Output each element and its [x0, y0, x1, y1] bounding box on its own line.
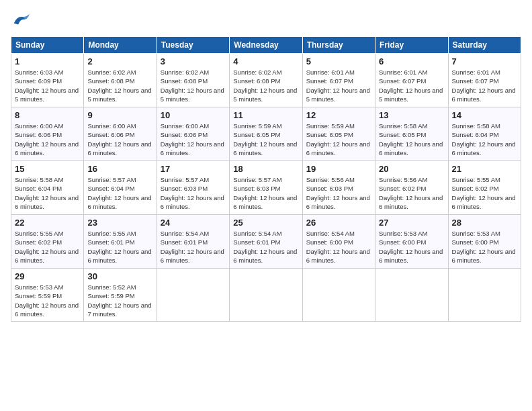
sunset-label: Sunset: 6:01 PM [87, 238, 134, 246]
day-number: 28 [452, 218, 517, 228]
sunrise-label: Sunrise: 5:59 AM [233, 122, 281, 130]
sunrise-label: Sunrise: 6:01 AM [452, 68, 500, 76]
daylight-label: Daylight: 12 hours and 6 minutes. [306, 194, 370, 210]
sunset-label: Sunset: 6:03 PM [161, 185, 208, 192]
sunrise-label: Sunrise: 5:57 AM [87, 176, 136, 183]
calendar-cell: 17 Sunrise: 5:57 AM Sunset: 6:03 PM Dayl… [157, 161, 229, 215]
sunrise-label: Sunrise: 5:56 AM [379, 176, 427, 183]
sunrise-label: Sunrise: 5:55 AM [452, 176, 500, 183]
calendar-cell: 2 Sunrise: 6:02 AM Sunset: 6:08 PM Dayli… [84, 54, 157, 107]
sunset-label: Sunset: 6:08 PM [161, 77, 208, 85]
calendar-cell: 1 Sunrise: 6:03 AM Sunset: 6:09 PM Dayli… [11, 54, 84, 107]
day-number: 7 [452, 56, 517, 66]
day-number: 22 [15, 218, 80, 228]
daylight-label: Daylight: 12 hours and 5 minutes. [233, 87, 297, 103]
day-info: Sunrise: 5:59 AM Sunset: 6:05 PM Dayligh… [306, 122, 371, 157]
calendar-cell: 30 Sunrise: 5:52 AM Sunset: 5:59 PM Dayl… [84, 269, 157, 322]
calendar-cell [157, 269, 229, 322]
sunrise-label: Sunrise: 6:00 AM [15, 122, 63, 130]
calendar-cell: 24 Sunrise: 5:54 AM Sunset: 6:01 PM Dayl… [157, 215, 229, 269]
day-number: 29 [15, 271, 80, 281]
daylight-label: Daylight: 12 hours and 6 minutes. [379, 248, 443, 264]
day-info: Sunrise: 5:58 AM Sunset: 6:04 PM Dayligh… [15, 175, 80, 211]
sunset-label: Sunset: 6:05 PM [233, 131, 280, 138]
sunrise-label: Sunrise: 5:55 AM [15, 230, 63, 237]
sunrise-label: Sunrise: 6:03 AM [15, 68, 63, 76]
day-number: 23 [87, 218, 152, 228]
daylight-label: Daylight: 12 hours and 7 minutes. [87, 302, 151, 318]
calendar-cell: 27 Sunrise: 5:53 AM Sunset: 6:00 PM Dayl… [375, 215, 448, 269]
daylight-label: Daylight: 12 hours and 6 minutes. [87, 248, 151, 264]
sunset-label: Sunset: 6:00 PM [452, 238, 499, 246]
day-number: 4 [233, 56, 298, 66]
daylight-label: Daylight: 12 hours and 6 minutes. [161, 140, 224, 156]
daylight-label: Daylight: 12 hours and 6 minutes. [379, 194, 443, 210]
day-header-monday: Monday [84, 37, 157, 54]
day-info: Sunrise: 6:03 AM Sunset: 6:09 PM Dayligh… [15, 68, 80, 103]
sunrise-label: Sunrise: 6:02 AM [87, 68, 136, 76]
sunrise-label: Sunrise: 5:52 AM [87, 283, 136, 291]
calendar-cell: 29 Sunrise: 5:53 AM Sunset: 5:59 PM Dayl… [11, 269, 84, 322]
day-number: 25 [233, 218, 298, 228]
calendar-cell: 19 Sunrise: 5:56 AM Sunset: 6:03 PM Dayl… [302, 161, 375, 215]
sunset-label: Sunset: 6:02 PM [452, 185, 499, 192]
daylight-label: Daylight: 12 hours and 6 minutes. [233, 194, 297, 210]
calendar-cell [302, 269, 375, 322]
day-info: Sunrise: 5:52 AM Sunset: 5:59 PM Dayligh… [87, 283, 152, 318]
sunrise-label: Sunrise: 5:57 AM [233, 176, 281, 183]
day-header-sunday: Sunday [11, 37, 84, 54]
calendar-cell: 20 Sunrise: 5:56 AM Sunset: 6:02 PM Dayl… [375, 161, 448, 215]
calendar-cell: 6 Sunrise: 6:01 AM Sunset: 6:07 PM Dayli… [375, 54, 448, 107]
calendar-cell: 22 Sunrise: 5:55 AM Sunset: 6:02 PM Dayl… [11, 215, 84, 269]
sunrise-label: Sunrise: 6:01 AM [379, 68, 427, 76]
daylight-label: Daylight: 12 hours and 6 minutes. [161, 248, 224, 264]
sunrise-label: Sunrise: 6:02 AM [161, 68, 209, 76]
sunrise-label: Sunrise: 5:55 AM [87, 230, 136, 237]
daylight-label: Daylight: 12 hours and 5 minutes. [87, 87, 151, 103]
sunrise-label: Sunrise: 5:58 AM [15, 176, 63, 183]
day-number: 26 [306, 218, 371, 228]
day-info: Sunrise: 5:58 AM Sunset: 6:04 PM Dayligh… [452, 122, 517, 157]
day-info: Sunrise: 6:01 AM Sunset: 6:07 PM Dayligh… [379, 68, 444, 103]
day-number: 16 [87, 164, 152, 174]
logo [11, 11, 32, 30]
sunrise-label: Sunrise: 5:54 AM [161, 230, 209, 237]
sunset-label: Sunset: 6:05 PM [379, 131, 426, 138]
calendar-cell: 13 Sunrise: 5:58 AM Sunset: 6:05 PM Dayl… [375, 107, 448, 161]
day-number: 2 [87, 56, 152, 66]
sunset-label: Sunset: 6:02 PM [15, 238, 62, 246]
sunset-label: Sunset: 5:59 PM [15, 292, 62, 300]
calendar-cell: 14 Sunrise: 5:58 AM Sunset: 6:04 PM Dayl… [448, 107, 521, 161]
sunset-label: Sunset: 6:00 PM [379, 238, 426, 246]
calendar-cell: 16 Sunrise: 5:57 AM Sunset: 6:04 PM Dayl… [84, 161, 157, 215]
daylight-label: Daylight: 12 hours and 6 minutes. [87, 140, 151, 156]
calendar-week-2: 8 Sunrise: 6:00 AM Sunset: 6:06 PM Dayli… [11, 107, 521, 161]
day-info: Sunrise: 5:56 AM Sunset: 6:03 PM Dayligh… [306, 175, 371, 211]
sunrise-label: Sunrise: 5:58 AM [379, 122, 427, 130]
calendar-cell: 8 Sunrise: 6:00 AM Sunset: 6:06 PM Dayli… [11, 107, 84, 161]
calendar-cell: 5 Sunrise: 6:01 AM Sunset: 6:07 PM Dayli… [302, 54, 375, 107]
logo-icon [11, 11, 30, 30]
day-number: 9 [87, 110, 152, 120]
day-info: Sunrise: 6:01 AM Sunset: 6:07 PM Dayligh… [452, 68, 517, 103]
day-info: Sunrise: 5:59 AM Sunset: 6:05 PM Dayligh… [233, 122, 298, 157]
day-info: Sunrise: 5:55 AM Sunset: 6:02 PM Dayligh… [452, 175, 517, 211]
sunrise-label: Sunrise: 6:00 AM [87, 122, 136, 130]
sunrise-label: Sunrise: 5:59 AM [306, 122, 355, 130]
calendar-table: SundayMondayTuesdayWednesdayThursdayFrid… [11, 36, 521, 322]
day-number: 15 [15, 164, 80, 174]
day-number: 3 [161, 56, 226, 66]
daylight-label: Daylight: 12 hours and 5 minutes. [306, 87, 370, 103]
sunrise-label: Sunrise: 5:53 AM [452, 230, 500, 237]
sunset-label: Sunset: 6:03 PM [306, 185, 353, 192]
day-info: Sunrise: 5:56 AM Sunset: 6:02 PM Dayligh… [379, 175, 444, 211]
calendar-header-row: SundayMondayTuesdayWednesdayThursdayFrid… [11, 37, 521, 54]
day-info: Sunrise: 6:02 AM Sunset: 6:08 PM Dayligh… [161, 68, 226, 103]
day-number: 21 [452, 164, 517, 174]
calendar-cell: 11 Sunrise: 5:59 AM Sunset: 6:05 PM Dayl… [230, 107, 302, 161]
day-number: 6 [379, 56, 444, 66]
sunset-label: Sunset: 6:04 PM [87, 185, 134, 192]
daylight-label: Daylight: 12 hours and 6 minutes. [161, 194, 224, 210]
sunset-label: Sunset: 6:02 PM [379, 185, 426, 192]
sunset-label: Sunset: 6:01 PM [161, 238, 208, 246]
